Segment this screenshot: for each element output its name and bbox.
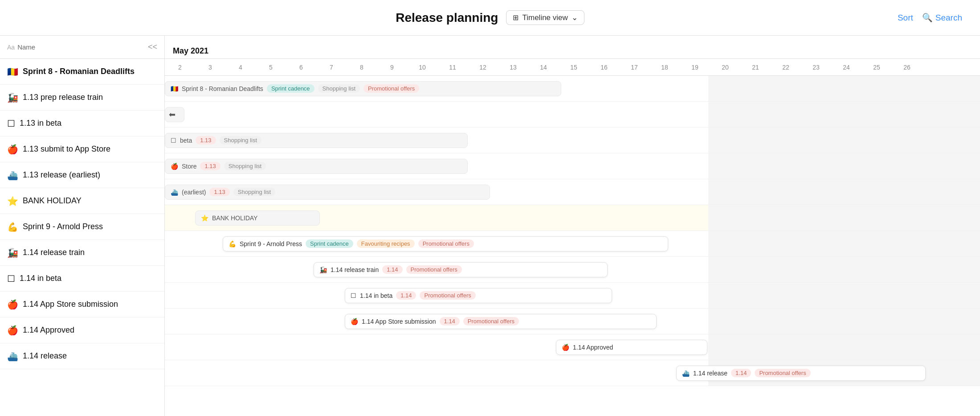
release113-label: 1.13 release (earliest): [23, 170, 100, 180]
tag-sprint-cadence[interactable]: Sprint cadence: [267, 84, 314, 93]
chevron-down-icon: ⌄: [572, 13, 578, 22]
bar-sprint9[interactable]: 💪 Sprint 9 - Arnold Press Sprint cadence…: [223, 236, 668, 251]
release114-emoji: ⛴️: [7, 351, 18, 362]
date-cell-18: 18: [649, 64, 680, 71]
sidebar-item-submit113[interactable]: 🍎 1.13 submit to App Store: [0, 136, 164, 162]
shaded-area2: [708, 102, 980, 127]
tag-promo-offers[interactable]: Promotional offers: [363, 84, 419, 93]
bar-release114[interactable]: ⛴️ 1.14 release 1.14 Promotional offers: [676, 366, 926, 381]
tag-shopping-list4[interactable]: Shopping list: [233, 188, 275, 196]
date-cell-14: 14: [528, 64, 559, 71]
sidebar-item-prep113[interactable]: 🚂 1.13 prep release train: [0, 85, 164, 111]
tag-114c[interactable]: 1.14: [440, 317, 460, 325]
shaded-area5: [708, 179, 980, 205]
tag-promo-offers3[interactable]: Promotional offers: [406, 265, 462, 274]
prep113-emoji: 🚂: [7, 92, 18, 103]
submit113-bar-emoji: 🍎: [171, 163, 178, 170]
main-layout: Aa Name << 🇷🇴 Sprint 8 - Romanian Deadli…: [0, 36, 980, 416]
bar-train114[interactable]: 🚂 1.14 release train 1.14 Promotional of…: [314, 262, 608, 277]
shaded-area11: [708, 334, 980, 360]
timeline-row-inner-submit114: 🍎 1.14 App Store submission 1.14 Promoti…: [165, 309, 980, 334]
bar-approved114[interactable]: 🍎 1.14 Approved: [556, 340, 707, 355]
release114-label: 1.14 release: [23, 351, 67, 361]
tag-113c[interactable]: 1.13: [209, 188, 229, 196]
timeline-row-approved114: 🍎 1.14 Approved: [165, 334, 980, 360]
bar-release113[interactable]: ⛴️ (earliest) 1.13 Shopping list: [165, 185, 490, 200]
release114-bar-emoji: ⛴️: [682, 370, 690, 377]
prep113-label: 1.13 prep release train: [23, 93, 103, 102]
bar-beta114[interactable]: ☐ 1.14 in beta 1.14 Promotional offers: [345, 288, 612, 303]
bar-submit114[interactable]: 🍎 1.14 App Store submission 1.14 Promoti…: [345, 314, 657, 329]
shaded-area3: [708, 128, 980, 153]
sidebar-item-bankholiday[interactable]: ⭐ BANK HOLIDAY: [0, 188, 164, 214]
shaded-area10: [708, 309, 980, 334]
date-cell-22: 22: [771, 64, 801, 71]
tag-114d[interactable]: 1.14: [731, 369, 751, 377]
shaded-area: [708, 76, 980, 101]
tag-shopping-list3[interactable]: Shopping list: [224, 162, 266, 170]
timeline-row-inner-approved114: 🍎 1.14 Approved: [165, 334, 980, 360]
timeline-row-inner-beta114: ☐ 1.14 in beta 1.14 Promotional offers: [165, 283, 980, 308]
timeline-row-inner-train114: 🚂 1.14 release train 1.14 Promotional of…: [165, 257, 980, 282]
tag-113b[interactable]: 1.13: [200, 162, 220, 170]
view-selector[interactable]: ⊞ Timeline view ⌄: [506, 10, 584, 25]
sidebar-item-approved114[interactable]: 🍎 1.14 Approved: [0, 317, 164, 343]
sort-button[interactable]: Sort: [898, 13, 913, 23]
date-cell-25: 25: [862, 64, 892, 71]
timeline-row-inner-release114: ⛴️ 1.14 release 1.14 Promotional offers: [165, 360, 980, 386]
tag-promo-offers2[interactable]: Promotional offers: [418, 239, 474, 248]
bar-beta113[interactable]: ☐ beta 1.13 Shopping list: [165, 133, 468, 148]
beta114-emoji: ☐: [7, 273, 15, 284]
beta113-bar-emoji: ☐: [171, 137, 176, 144]
bar-submit113[interactable]: 🍎 Store 1.13 Shopping list: [165, 159, 468, 174]
release113-emoji: ⛴️: [7, 170, 18, 181]
tag-fav-recipes[interactable]: Favouriting recipes: [357, 239, 415, 248]
tag-sprint-cadence2[interactable]: Sprint cadence: [306, 239, 353, 248]
timeline-row-prep113: ⬅: [165, 102, 980, 128]
sidebar-item-train114[interactable]: 🚂 1.14 release train: [0, 240, 164, 266]
tag-114[interactable]: 1.14: [382, 265, 402, 274]
shaded-area6: [708, 205, 980, 231]
sidebar-item-beta113[interactable]: ☐ 1.13 in beta: [0, 111, 164, 136]
search-icon: 🔍: [922, 12, 933, 23]
beta114-bar-emoji: ☐: [351, 292, 356, 299]
timeline-row-sprint8: 🇷🇴 Sprint 8 - Romanian Deadlifts Sprint …: [165, 76, 980, 102]
sidebar-item-sprint8[interactable]: 🇷🇴 Sprint 8 - Romanian Deadlifts: [0, 59, 164, 85]
tag-113[interactable]: 1.13: [196, 136, 216, 144]
bar-bankholiday[interactable]: ⭐ BANK HOLIDAY: [195, 210, 320, 226]
tag-promo-offers6[interactable]: Promotional offers: [755, 369, 810, 377]
collapse-button[interactable]: <<: [148, 42, 157, 52]
date-cell-8: 8: [347, 64, 377, 71]
timeline-container[interactable]: May 2021 2345678910111213141516171819202…: [165, 36, 980, 416]
tag-shopping-list2[interactable]: Shopping list: [220, 136, 261, 144]
shaded-area7: [708, 231, 980, 256]
submit113-bar-label: Store: [182, 163, 196, 170]
tag-114b[interactable]: 1.14: [396, 291, 416, 300]
timeline-row-inner-bankholiday: ⭐ BANK HOLIDAY: [165, 205, 980, 231]
timeline-row-submit114: 🍎 1.14 App Store submission 1.14 Promoti…: [165, 309, 980, 334]
timeline-row-inner-beta113: ☐ beta 1.13 Shopping list: [165, 128, 980, 153]
sidebar-item-release113[interactable]: ⛴️ 1.13 release (earliest): [0, 162, 164, 188]
date-cell-3: 3: [195, 64, 225, 71]
sidebar-item-sprint9[interactable]: 💪 Sprint 9 - Arnold Press: [0, 214, 164, 240]
tag-shopping-list[interactable]: Shopping list: [318, 84, 360, 93]
shaded-area4: [708, 153, 980, 179]
search-button[interactable]: 🔍 Search: [922, 12, 962, 23]
date-cell-21: 21: [740, 64, 771, 71]
text-icon: Aa: [7, 44, 15, 51]
sidebar-item-beta114[interactable]: ☐ 1.14 in beta: [0, 266, 164, 292]
bar-sprint8[interactable]: 🇷🇴 Sprint 8 - Romanian Deadlifts Sprint …: [165, 81, 561, 96]
tag-promo-offers4[interactable]: Promotional offers: [420, 291, 475, 300]
tag-promo-offers5[interactable]: Promotional offers: [463, 317, 519, 325]
timeline-row-beta114: ☐ 1.14 in beta 1.14 Promotional offers: [165, 283, 980, 309]
submit114-bar-label: 1.14 App Store submission: [362, 318, 436, 325]
date-cell-24: 24: [831, 64, 862, 71]
bar-prep113[interactable]: ⬅: [165, 107, 184, 122]
date-cell-20: 20: [710, 64, 740, 71]
grid-icon: ⊞: [513, 13, 519, 22]
timeline-row-inner-sprint9: 💪 Sprint 9 - Arnold Press Sprint cadence…: [165, 231, 980, 256]
sidebar-item-submit114[interactable]: 🍎 1.14 App Store submission: [0, 292, 164, 317]
sidebar-item-release114[interactable]: ⛴️ 1.14 release: [0, 343, 164, 369]
name-label: Name: [17, 43, 35, 51]
prep113-bar-icon: ⬅: [169, 110, 176, 119]
